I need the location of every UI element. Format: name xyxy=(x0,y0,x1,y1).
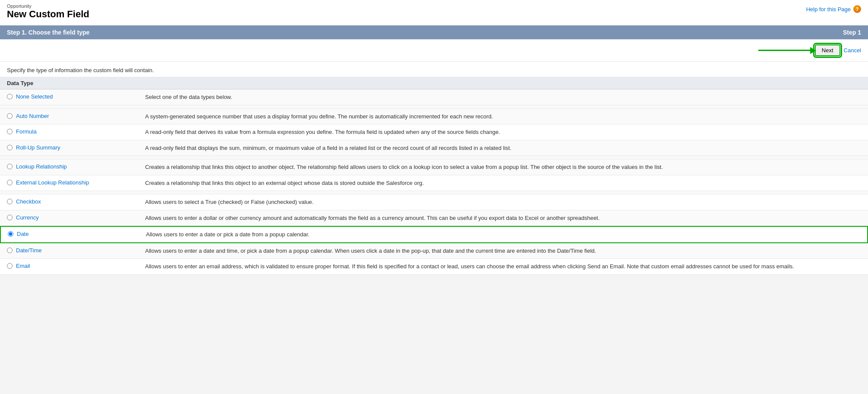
field-row-formula: Formula A read-only field that derives i… xyxy=(0,124,868,140)
field-label-col-datetime: Date/Time xyxy=(7,247,145,254)
radio-date-time[interactable] xyxy=(7,248,13,253)
arrow-container xyxy=(758,47,816,54)
field-row-checkbox: Checkbox Allows users to select a True (… xyxy=(0,194,868,210)
desc-auto-number: A system-generated sequence number that … xyxy=(145,112,861,121)
field-row-date: Date Allows users to enter a date or pic… xyxy=(0,226,868,243)
field-label-col-auto-number: Auto Number xyxy=(7,112,145,119)
desc-rollup-summary: A read-only field that displays the sum,… xyxy=(145,144,861,153)
label-auto-number[interactable]: Auto Number xyxy=(16,113,49,119)
label-date-time[interactable]: Date/Time xyxy=(16,247,41,254)
object-name: Opportunity xyxy=(7,3,89,9)
toolbar-row: Next Cancel xyxy=(0,39,868,62)
label-email[interactable]: Email xyxy=(16,263,30,269)
radio-formula[interactable] xyxy=(7,129,13,134)
arrow-line xyxy=(758,50,810,51)
field-row-external-lookup: External Lookup Relationship Creates a r… xyxy=(0,175,868,191)
field-label-col-none: None Selected xyxy=(7,93,145,100)
help-link[interactable]: Help for this Page xyxy=(806,6,851,13)
page-header: Opportunity New Custom Field Help for th… xyxy=(0,0,868,25)
step-indicator: Step 1 xyxy=(843,29,861,36)
desc-date-time: Allows users to enter a date and time, o… xyxy=(145,247,861,255)
radio-external-lookup[interactable] xyxy=(7,180,13,185)
field-row-datetime: Date/Time Allows users to enter a date a… xyxy=(0,243,868,259)
spacer-2 xyxy=(0,156,868,159)
label-rollup-summary[interactable]: Roll-Up Summary xyxy=(16,144,60,151)
field-label-col-external-lookup: External Lookup Relationship xyxy=(7,179,145,186)
field-label-col-formula: Formula xyxy=(7,128,145,135)
field-row-email: Email Allows users to enter an email add… xyxy=(0,259,868,275)
desc-external-lookup: Creates a relationship that links this o… xyxy=(145,179,861,187)
field-row-auto-number: Auto Number A system-generated sequence … xyxy=(0,109,868,125)
radio-none-selected[interactable] xyxy=(7,94,13,99)
green-arrow xyxy=(758,47,816,54)
help-icon: ? xyxy=(853,5,861,13)
data-type-section: Data Type None Selected Select one of th… xyxy=(0,77,868,275)
field-label-col-checkbox: Checkbox xyxy=(7,198,145,205)
field-row-none: None Selected Select one of the data typ… xyxy=(0,89,868,105)
next-button[interactable]: Next xyxy=(815,44,840,56)
radio-currency[interactable] xyxy=(7,215,13,220)
desc-checkbox: Allows users to select a True (checked) … xyxy=(145,198,861,207)
radio-lookup-relationship[interactable] xyxy=(7,164,13,169)
radio-rollup-summary[interactable] xyxy=(7,145,13,150)
label-checkbox[interactable]: Checkbox xyxy=(16,198,41,205)
field-label-col-currency: Currency xyxy=(7,214,145,221)
desc-date: Allows users to enter a date or pick a d… xyxy=(146,230,860,239)
field-label-col-email: Email xyxy=(7,262,145,269)
page-title: New Custom Field xyxy=(7,9,89,20)
desc-email: Allows users to enter an email address, … xyxy=(145,262,861,271)
label-lookup-relationship[interactable]: Lookup Relationship xyxy=(16,163,67,170)
desc-lookup-relationship: Creates a relationship that links this o… xyxy=(145,163,861,172)
instruction-text: Specify the type of information the cust… xyxy=(0,62,868,77)
page-header-right: Help for this Page ? xyxy=(806,3,861,13)
radio-auto-number[interactable] xyxy=(7,113,13,119)
label-formula[interactable]: Formula xyxy=(16,128,37,135)
spacer-3 xyxy=(0,191,868,194)
arrow-head xyxy=(810,47,816,54)
field-label-col-rollup: Roll-Up Summary xyxy=(7,144,145,151)
desc-currency: Allows users to enter a dollar or other … xyxy=(145,214,861,222)
page-header-left: Opportunity New Custom Field xyxy=(7,3,89,20)
step-bar: Step 1. Choose the field type Step 1 xyxy=(0,25,868,39)
label-none-selected[interactable]: None Selected xyxy=(16,93,53,100)
field-row-lookup: Lookup Relationship Creates a relationsh… xyxy=(0,159,868,175)
content-area: Next Cancel Specify the type of informat… xyxy=(0,39,868,275)
label-external-lookup[interactable]: External Lookup Relationship xyxy=(16,179,89,186)
desc-none-selected: Select one of the data types below. xyxy=(145,93,861,102)
field-row-rollup: Roll-Up Summary A read-only field that d… xyxy=(0,140,868,156)
cancel-link[interactable]: Cancel xyxy=(844,47,861,54)
desc-formula: A read-only field that derives its value… xyxy=(145,128,861,137)
label-currency[interactable]: Currency xyxy=(16,214,39,221)
radio-checkbox[interactable] xyxy=(7,199,13,204)
radio-date[interactable] xyxy=(8,231,13,237)
spacer-1 xyxy=(0,105,868,109)
field-label-col-date: Date xyxy=(8,230,146,237)
section-header: Data Type xyxy=(0,77,868,89)
label-date[interactable]: Date xyxy=(17,231,29,237)
field-row-currency: Currency Allows users to enter a dollar … xyxy=(0,210,868,226)
step-label: Step 1. Choose the field type xyxy=(7,29,89,36)
radio-email[interactable] xyxy=(7,263,13,269)
field-label-col-lookup: Lookup Relationship xyxy=(7,163,145,170)
